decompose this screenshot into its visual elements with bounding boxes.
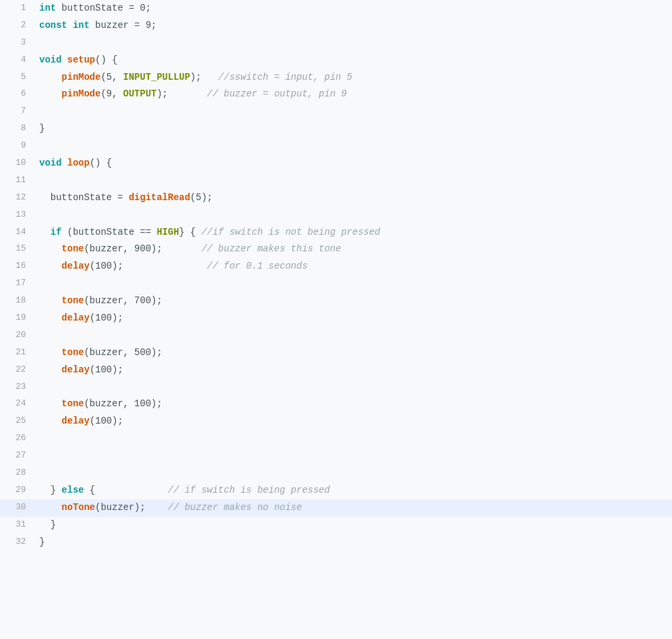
- line-number: 5: [0, 69, 37, 86]
- line-content: [37, 172, 672, 190]
- table-row: 4void setup() {: [0, 52, 672, 69]
- table-row: 25 delay(100);: [0, 413, 672, 430]
- line-number: 23: [0, 379, 37, 396]
- table-row: 13: [0, 207, 672, 224]
- line-content: buttonState = digitalRead(5);: [37, 190, 672, 207]
- table-row: 28: [0, 465, 672, 482]
- table-row: 17: [0, 275, 672, 293]
- line-content: [37, 103, 672, 120]
- line-content: [37, 275, 672, 293]
- line-content: int buttonState = 0;: [37, 0, 672, 17]
- line-number: 14: [0, 224, 37, 241]
- table-row: 12 buttonState = digitalRead(5);: [0, 190, 672, 207]
- line-number: 30: [0, 499, 37, 517]
- line-content: [37, 430, 672, 447]
- line-number: 25: [0, 413, 37, 430]
- line-number: 1: [0, 0, 37, 17]
- table-row: 15 tone(buzzer, 900); // buzzer makes th…: [0, 241, 672, 258]
- line-number: 26: [0, 430, 37, 447]
- line-number: 7: [0, 103, 37, 120]
- table-row: 3: [0, 35, 672, 52]
- line-content: [37, 327, 672, 344]
- line-number: 22: [0, 362, 37, 379]
- line-number: 27: [0, 447, 37, 465]
- table-row: 2const int buzzer = 9;: [0, 17, 672, 35]
- line-number: 4: [0, 52, 37, 69]
- line-number: 9: [0, 138, 37, 155]
- line-content: [37, 207, 672, 224]
- table-row: 30 noTone(buzzer); // buzzer makes no no…: [0, 499, 672, 517]
- table-row: 16 delay(100); // for 0.1 seconds: [0, 258, 672, 275]
- line-number: 15: [0, 241, 37, 258]
- line-content: void loop() {: [37, 155, 672, 172]
- line-number: 19: [0, 310, 37, 327]
- line-number: 29: [0, 482, 37, 499]
- line-number: 21: [0, 344, 37, 362]
- line-number: 16: [0, 258, 37, 275]
- table-row: 31 }: [0, 517, 672, 534]
- line-content: delay(100);: [37, 310, 672, 327]
- line-content: [37, 447, 672, 465]
- line-content: const int buzzer = 9;: [37, 17, 672, 35]
- line-content: tone(buzzer, 700);: [37, 293, 672, 310]
- table-row: 26: [0, 430, 672, 447]
- line-number: 18: [0, 293, 37, 310]
- table-row: 18 tone(buzzer, 700);: [0, 293, 672, 310]
- line-content: pinMode(9, OUTPUT); // buzzer = output, …: [37, 86, 672, 103]
- line-number: 13: [0, 207, 37, 224]
- line-number: 32: [0, 534, 37, 551]
- line-content: noTone(buzzer); // buzzer makes no noise: [37, 499, 672, 517]
- line-content: } else { // if switch is being pressed: [37, 482, 672, 499]
- line-content: delay(100);: [37, 362, 672, 379]
- line-number: 11: [0, 172, 37, 190]
- table-row: 10void loop() {: [0, 155, 672, 172]
- table-row: 9: [0, 138, 672, 155]
- table-row: 29 } else { // if switch is being presse…: [0, 482, 672, 499]
- line-content: tone(buzzer, 900); // buzzer makes this …: [37, 241, 672, 258]
- line-content: tone(buzzer, 100);: [37, 396, 672, 413]
- table-row: 21 tone(buzzer, 500);: [0, 344, 672, 362]
- line-content: if (buttonState == HIGH} { //if switch i…: [37, 224, 672, 241]
- table-row: 8}: [0, 120, 672, 138]
- line-number: 28: [0, 465, 37, 482]
- table-row: 14 if (buttonState == HIGH} { //if switc…: [0, 224, 672, 241]
- line-content: [37, 35, 672, 52]
- line-content: [37, 138, 672, 155]
- line-content: delay(100);: [37, 413, 672, 430]
- table-row: 6 pinMode(9, OUTPUT); // buzzer = output…: [0, 86, 672, 103]
- table-row: 23: [0, 379, 672, 396]
- line-content: }: [37, 534, 672, 551]
- line-number: 24: [0, 396, 37, 413]
- line-number: 12: [0, 190, 37, 207]
- line-content: delay(100); // for 0.1 seconds: [37, 258, 672, 275]
- line-content: void setup() {: [37, 52, 672, 69]
- table-row: 5 pinMode(5, INPUT_PULLUP); //sswitch = …: [0, 69, 672, 86]
- line-number: 31: [0, 517, 37, 534]
- table-row: 24 tone(buzzer, 100);: [0, 396, 672, 413]
- line-content: [37, 379, 672, 396]
- code-table: 1int buttonState = 0;2const int buzzer =…: [0, 0, 672, 551]
- line-number: 6: [0, 86, 37, 103]
- line-content: [37, 465, 672, 482]
- line-number: 8: [0, 120, 37, 138]
- line-number: 10: [0, 155, 37, 172]
- table-row: 20: [0, 327, 672, 344]
- line-content: pinMode(5, INPUT_PULLUP); //sswitch = in…: [37, 69, 672, 86]
- line-number: 2: [0, 17, 37, 35]
- table-row: 7: [0, 103, 672, 120]
- table-row: 32}: [0, 534, 672, 551]
- line-content: }: [37, 120, 672, 138]
- code-editor: 1int buttonState = 0;2const int buzzer =…: [0, 0, 672, 639]
- line-number: 20: [0, 327, 37, 344]
- line-number: 17: [0, 275, 37, 293]
- table-row: 1int buttonState = 0;: [0, 0, 672, 17]
- table-row: 22 delay(100);: [0, 362, 672, 379]
- line-number: 3: [0, 35, 37, 52]
- line-content: tone(buzzer, 500);: [37, 344, 672, 362]
- table-row: 19 delay(100);: [0, 310, 672, 327]
- line-content: }: [37, 517, 672, 534]
- table-row: 27: [0, 447, 672, 465]
- table-row: 11: [0, 172, 672, 190]
